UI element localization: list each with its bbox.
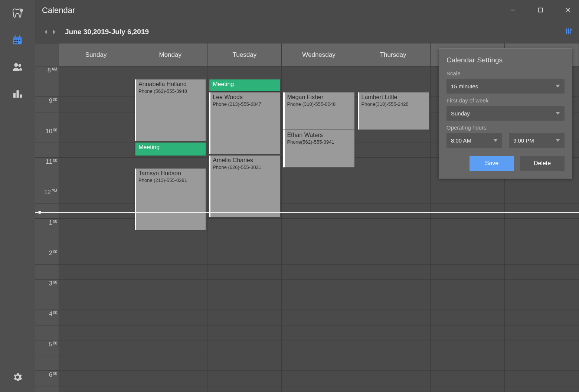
window-controls (505, 3, 576, 17)
svg-point-24 (570, 29, 571, 30)
svg-rect-16 (539, 8, 543, 12)
day-column[interactable]: Annabella HollandPhone (562)-555-3948Mee… (133, 66, 207, 392)
event-title: Lambert Little (362, 94, 426, 101)
toolbar: June 30,2019-July 6,2019 (35, 21, 579, 43)
event-title: Annabella Holland (138, 81, 203, 88)
event-title: Amelia Charles (213, 157, 278, 164)
minimize-button[interactable] (505, 3, 521, 17)
time-label: 900 (49, 98, 57, 104)
time-row: 300 (35, 280, 59, 310)
nav-calendar[interactable] (12, 34, 23, 46)
titlebar: Calendar (35, 0, 579, 21)
day-column[interactable]: Megan FisherPhone (310)-555-0048Ethan Wa… (282, 66, 356, 392)
time-row: 500 (35, 340, 59, 371)
save-button[interactable]: Save (470, 156, 514, 171)
settings-title: Calendar Settings (446, 56, 565, 64)
event-title: Lee Woods (213, 94, 278, 101)
event-title: Tamsyn Hudson (138, 170, 203, 177)
time-row: 200 (35, 249, 59, 280)
svg-rect-3 (15, 36, 16, 37)
svg-rect-8 (14, 42, 16, 43)
svg-point-22 (566, 30, 567, 31)
svg-rect-7 (19, 40, 20, 41)
hours-start-select[interactable]: 8:00 AM (446, 133, 502, 148)
time-label: 200 (49, 250, 57, 257)
day-header-thu[interactable]: Thursday (356, 43, 431, 66)
event-appointment[interactable]: Megan FisherPhone (310)-555-0048 (283, 92, 354, 130)
time-label: 100 (49, 219, 57, 226)
svg-rect-13 (17, 90, 19, 98)
event-subtitle: Phone(562)-555-3941 (287, 139, 352, 145)
time-row: 12PM (35, 188, 59, 219)
time-label: 600 (49, 372, 57, 378)
svg-rect-14 (20, 95, 22, 98)
scale-select[interactable]: 15 minutes (446, 79, 565, 94)
day-header-tue[interactable]: Tuesday (207, 43, 282, 66)
chevron-down-icon (556, 139, 560, 142)
event-subtitle: Phone(310)-555-2426 (362, 101, 426, 107)
svg-rect-6 (17, 40, 18, 41)
time-label: 1000 (46, 128, 57, 135)
close-button[interactable] (560, 3, 576, 17)
event-appointment[interactable]: Tamsyn HudsonPhone (213)-555-0291 (135, 169, 206, 230)
svg-point-10 (14, 63, 18, 67)
event-subtitle: Phone (213)-555-6847 (213, 101, 278, 107)
day-header-wed[interactable]: Wednesday (282, 43, 356, 66)
time-row: 100 (35, 219, 59, 249)
page-title: Calendar (42, 6, 75, 15)
first-day-value: Sunday (451, 110, 470, 117)
delete-button[interactable]: Delete (520, 156, 565, 171)
svg-rect-9 (17, 42, 18, 43)
hours-end-value: 9:00 PM (513, 137, 534, 144)
event-appointment[interactable]: Lambert LittlePhone(310)-555-2426 (358, 92, 429, 130)
first-day-label: First day of week (446, 97, 565, 104)
day-column[interactable]: MeetingLee WoodsPhone (213)-555-6847Amel… (207, 66, 282, 392)
calendar-settings-button[interactable] (565, 27, 572, 36)
time-row: 1000 (35, 127, 59, 158)
day-header-sun[interactable]: Sunday (59, 43, 133, 66)
hours-end-select[interactable]: 9:00 PM (509, 133, 565, 148)
event-appointment[interactable]: Amelia CharlesPhone (626)-555-3021 (209, 156, 280, 217)
time-row: 8AM (35, 66, 59, 97)
prev-week-button[interactable] (42, 28, 49, 36)
hours-start-value: 8:00 AM (451, 137, 471, 144)
event-subtitle: Phone (213)-555-0291 (138, 177, 203, 183)
svg-point-23 (568, 32, 569, 33)
scale-label: Scale (446, 70, 565, 76)
svg-rect-2 (13, 37, 22, 39)
calendar-settings-panel: Calendar Settings Scale 15 minutes First… (439, 48, 572, 179)
event-meeting[interactable]: Meeting (135, 143, 206, 156)
event-subtitle: Phone (562)-555-3948 (138, 88, 203, 94)
nav-settings[interactable] (12, 371, 23, 383)
now-indicator (35, 212, 579, 213)
scale-value: 15 minutes (451, 83, 478, 89)
event-meeting[interactable]: Meeting (209, 79, 280, 91)
event-title: Meeting (138, 144, 203, 151)
event-appointment[interactable]: Annabella HollandPhone (562)-555-3948 (135, 79, 206, 141)
next-week-button[interactable] (51, 28, 58, 36)
event-subtitle: Phone (626)-555-3021 (213, 164, 278, 170)
event-title: Ethan Waters (287, 132, 352, 138)
time-label: 8AM (48, 67, 57, 74)
day-header-mon[interactable]: Monday (133, 43, 207, 66)
event-appointment[interactable]: Lee WoodsPhone (213)-555-6847 (209, 92, 280, 154)
event-appointment[interactable]: Ethan WatersPhone(562)-555-3941 (283, 130, 354, 167)
chevron-down-icon (556, 85, 560, 88)
event-title: Meeting (213, 81, 278, 88)
logo-tooth-icon (12, 7, 23, 19)
time-gutter-header (35, 43, 59, 66)
time-gutter: 8AM9001000110012PM100200300400500600 (35, 66, 59, 392)
time-row: 600 (35, 371, 59, 392)
sidebar (0, 0, 35, 392)
day-column[interactable]: Lambert LittlePhone(310)-555-2426 (356, 66, 431, 392)
first-day-select[interactable]: Sunday (446, 106, 565, 121)
time-label: 1100 (46, 159, 57, 165)
nav-reports[interactable] (12, 88, 23, 99)
chevron-down-icon (493, 139, 498, 142)
date-range: June 30,2019-July 6,2019 (65, 28, 149, 36)
day-column[interactable] (59, 66, 133, 392)
nav-people[interactable] (12, 61, 23, 73)
time-label: 400 (49, 311, 57, 317)
hours-label: Operating hours (446, 124, 565, 131)
maximize-button[interactable] (532, 3, 549, 17)
